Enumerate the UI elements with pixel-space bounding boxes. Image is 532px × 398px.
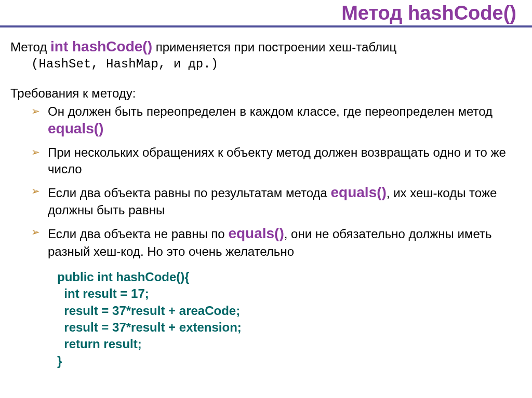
list-item: При нескольких обращениях к объекту мето… <box>48 144 522 176</box>
intro-pre: Метод <box>10 40 50 54</box>
equals-keyword: equals() <box>48 120 103 136</box>
code-block: public int hashCode(){ int result = 17; … <box>57 269 522 369</box>
slide-title: Метод hashCode() <box>0 0 532 24</box>
intro-paragraph: Метод int hashCode() применяется при пос… <box>10 37 522 73</box>
bullet-text: Если два объекта равны по результатам ме… <box>48 186 331 200</box>
divider-top <box>0 25 532 27</box>
intro-method: int hashCode() <box>50 38 152 54</box>
list-item: Если два объекта равны по результатам ме… <box>48 183 522 218</box>
code-line: return result; <box>57 337 142 351</box>
intro-line2: (HashSet, HashMap, и др.) <box>10 56 522 72</box>
list-item: Он должен быть переопределен в каждом кл… <box>48 103 522 139</box>
code-line: result = 37*result + extension; <box>57 320 242 334</box>
intro-post: применяется при построении хеш-таблиц <box>152 40 396 54</box>
bullet-text: При нескольких обращениях к объекту мето… <box>48 145 506 175</box>
content-area: Метод int hashCode() применяется при пос… <box>0 28 532 369</box>
list-item: Если два объекта не равны по equals(), о… <box>48 224 522 259</box>
slide: Метод hashCode() Метод int hashCode() пр… <box>0 0 532 398</box>
equals-keyword: equals() <box>331 184 387 200</box>
bullet-text: Если два объекта не равны по <box>48 227 228 241</box>
requirements-title: Требования к методу: <box>10 85 522 101</box>
code-line: int result = 17; <box>57 286 149 300</box>
bullet-text: Он должен быть переопределен в каждом кл… <box>48 104 493 118</box>
code-line: } <box>57 354 62 368</box>
code-line: public int hashCode(){ <box>57 270 190 284</box>
equals-keyword: equals() <box>228 225 284 241</box>
code-line: result = 37*result + areaCode; <box>57 304 240 318</box>
requirements-list: Он должен быть переопределен в каждом кл… <box>10 103 522 259</box>
